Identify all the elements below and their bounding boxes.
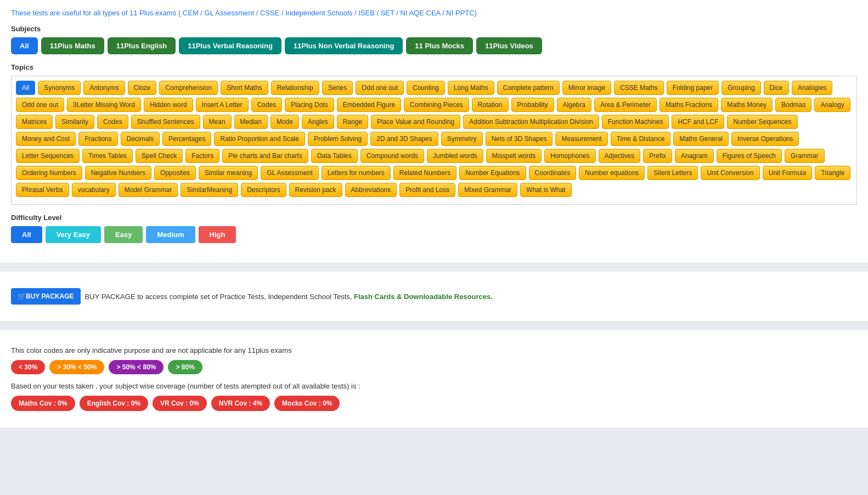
- topic-btn-49[interactable]: Decimals: [121, 132, 160, 146]
- topic-btn-all[interactable]: All: [16, 81, 35, 95]
- subject-btn-1[interactable]: 11Plus Maths: [41, 37, 104, 54]
- subject-btn-6[interactable]: 11Plus Videos: [476, 37, 542, 54]
- topic-btn-61[interactable]: Times Tables: [82, 149, 133, 163]
- topic-btn-18[interactable]: 3Letter Missing Word: [67, 98, 141, 112]
- topic-btn-10[interactable]: Complete pattern: [497, 81, 560, 95]
- topic-btn-76[interactable]: Negative Numbers: [85, 166, 151, 180]
- topic-btn-58[interactable]: Maths General: [673, 132, 729, 146]
- topic-btn-8[interactable]: Counting: [407, 81, 445, 95]
- subject-btn-4[interactable]: 11Plus Non Verbal Reasoning: [285, 37, 403, 54]
- topic-btn-56[interactable]: Measurement: [555, 132, 607, 146]
- topic-btn-22[interactable]: Placing Dots: [285, 98, 334, 112]
- topic-btn-36[interactable]: Shuffled Sentences: [131, 115, 200, 129]
- topic-btn-80[interactable]: Letters for numbers: [322, 166, 391, 180]
- topic-btn-90[interactable]: vocabulary: [72, 183, 116, 197]
- topic-btn-96[interactable]: Profit and Loss: [399, 183, 455, 197]
- buy-button[interactable]: 🛒BUY PACKAGE: [11, 288, 81, 305]
- topic-btn-93[interactable]: Descriptors: [241, 183, 286, 197]
- topic-btn-42[interactable]: Place Value and Rounding: [371, 115, 460, 129]
- topic-btn-46[interactable]: Number Sequences: [727, 115, 797, 129]
- topic-btn-97[interactable]: Mixed Grammar: [458, 183, 517, 197]
- topic-btn-63[interactable]: Factors: [185, 149, 219, 163]
- topic-btn-17[interactable]: Odd one out: [16, 98, 64, 112]
- topic-btn-4[interactable]: Short Maths: [221, 81, 268, 95]
- topic-btn-86[interactable]: Unit Conversion: [701, 166, 759, 180]
- topic-btn-50[interactable]: Percentages: [162, 132, 211, 146]
- topic-btn-71[interactable]: Prefix: [643, 149, 672, 163]
- topic-btn-91[interactable]: Model Grammar: [119, 183, 178, 197]
- topic-btn-38[interactable]: Median: [234, 115, 268, 129]
- topic-btn-65[interactable]: Data Tables: [311, 149, 358, 163]
- topic-btn-23[interactable]: Embedded Figure: [337, 98, 401, 112]
- topic-btn-19[interactable]: Hidden word: [144, 98, 193, 112]
- topic-btn-3[interactable]: Comprehension: [159, 81, 218, 95]
- topic-btn-68[interactable]: Misspelt words: [486, 149, 542, 163]
- topic-btn-11[interactable]: Mirror image: [562, 81, 611, 95]
- topic-btn-32[interactable]: Analogy: [814, 98, 850, 112]
- topic-btn-2[interactable]: Cloze: [128, 81, 157, 95]
- diff-btn-2[interactable]: Easy: [104, 226, 143, 243]
- topic-btn-6[interactable]: Series: [322, 81, 353, 95]
- topic-btn-70[interactable]: Adjectives: [599, 149, 641, 163]
- topic-btn-84[interactable]: Number equations: [579, 166, 645, 180]
- topic-btn-0[interactable]: Synonyms: [38, 81, 81, 95]
- topic-btn-85[interactable]: Silent Letters: [647, 166, 698, 180]
- subject-btn-5[interactable]: 11 Plus Mocks: [406, 37, 473, 54]
- topic-btn-55[interactable]: Nets of 3D Shapes: [486, 132, 553, 146]
- topic-btn-64[interactable]: Pie charts and Bar charts: [222, 149, 308, 163]
- topic-btn-12[interactable]: CSSE Maths: [614, 81, 664, 95]
- topic-btn-94[interactable]: Revision pack: [289, 183, 342, 197]
- topic-btn-72[interactable]: Anagram: [675, 149, 714, 163]
- topic-btn-81[interactable]: Related Numbers: [393, 166, 456, 180]
- topic-btn-27[interactable]: Algebra: [557, 98, 591, 112]
- topic-btn-37[interactable]: Mean: [203, 115, 232, 129]
- topic-btn-62[interactable]: Spell Check: [136, 149, 183, 163]
- subject-btn-2[interactable]: 11Plus English: [108, 37, 176, 54]
- topic-btn-24[interactable]: Combining Pieces: [404, 98, 469, 112]
- subject-btn-3[interactable]: 11Plus Verbal Reasoning: [179, 37, 281, 54]
- topic-btn-57[interactable]: Time & Distance: [611, 132, 671, 146]
- topic-btn-26[interactable]: Probability: [511, 98, 554, 112]
- topic-btn-45[interactable]: HCF and LCF: [672, 115, 724, 129]
- topic-btn-69[interactable]: Homophones: [544, 149, 595, 163]
- topic-btn-21[interactable]: Codes: [251, 98, 283, 112]
- topic-btn-73[interactable]: Figures of Speech: [717, 149, 782, 163]
- topic-btn-52[interactable]: Problem Solving: [308, 132, 368, 146]
- topic-btn-29[interactable]: Maths Fractions: [660, 98, 718, 112]
- topic-btn-30[interactable]: Maths Money: [721, 98, 773, 112]
- topic-btn-28[interactable]: Area & Perimeter: [594, 98, 657, 112]
- topic-btn-13[interactable]: Folding paper: [667, 81, 719, 95]
- topic-btn-87[interactable]: Unit Formula: [763, 166, 813, 180]
- topic-btn-35[interactable]: Codes: [97, 115, 128, 129]
- topic-btn-67[interactable]: Jumbled words: [427, 149, 483, 163]
- topic-btn-5[interactable]: Relationship: [271, 81, 319, 95]
- topic-btn-39[interactable]: Mode: [270, 115, 299, 129]
- topic-btn-1[interactable]: Antonyms: [83, 81, 125, 95]
- topic-btn-44[interactable]: Function Machines: [602, 115, 669, 129]
- topic-btn-89[interactable]: Phrasal Verbs: [16, 183, 69, 197]
- topic-btn-78[interactable]: Similar meaning: [199, 166, 258, 180]
- topic-btn-54[interactable]: Symmetry: [441, 132, 483, 146]
- topic-btn-16[interactable]: Analogies: [792, 81, 833, 95]
- topic-btn-33[interactable]: Matrices: [16, 115, 53, 129]
- topic-btn-82[interactable]: Number Equations: [459, 166, 526, 180]
- topic-btn-53[interactable]: 2D and 3D Shapes: [370, 132, 438, 146]
- topic-btn-48[interactable]: Fractions: [78, 132, 117, 146]
- topic-btn-47[interactable]: Money and Cost: [16, 132, 76, 146]
- topic-btn-92[interactable]: SimilarMeaning: [181, 183, 238, 197]
- topic-btn-20[interactable]: Insert A Letter: [196, 98, 249, 112]
- diff-btn-4[interactable]: High: [199, 226, 236, 243]
- topic-btn-31[interactable]: Bodmas: [775, 98, 811, 112]
- topic-btn-75[interactable]: Ordering Numbers: [16, 166, 82, 180]
- topic-btn-60[interactable]: Letter Sequences: [16, 149, 80, 163]
- topic-btn-66[interactable]: Compound words: [360, 149, 424, 163]
- subject-btn-0[interactable]: All: [11, 37, 38, 54]
- topic-btn-74[interactable]: Grammar: [785, 149, 825, 163]
- topic-btn-83[interactable]: Coordinates: [529, 166, 577, 180]
- header-link[interactable]: These tests are useful for all types of …: [11, 9, 857, 17]
- topic-btn-95[interactable]: Abbreviations: [345, 183, 397, 197]
- topic-btn-51[interactable]: Ratio Proportion and Scale: [214, 132, 305, 146]
- topic-btn-98[interactable]: What is What: [520, 183, 571, 197]
- topic-btn-14[interactable]: Grouping: [722, 81, 760, 95]
- topic-btn-15[interactable]: Dice: [764, 81, 789, 95]
